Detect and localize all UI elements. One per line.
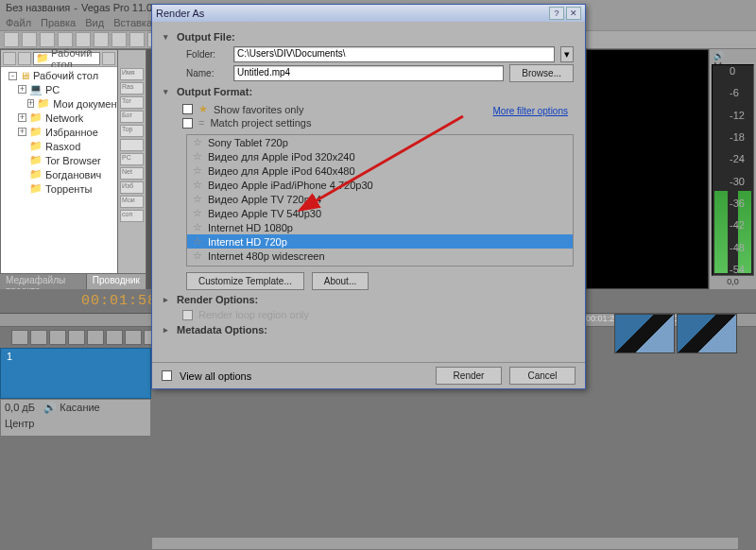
name-input[interactable]: Untitled.mp4 [233, 65, 504, 81]
explorer-panel: 📁Рабочий стол -🖥Рабочий стол+💻PC+📁Мои до… [0, 49, 118, 274]
play-button[interactable] [68, 330, 85, 345]
dialog-title-bar[interactable]: Render As ? ✕ [152, 5, 585, 22]
tree-item[interactable]: 📁Rasxod [1, 139, 117, 153]
dialog-title: Render As [156, 8, 204, 19]
master-meters[interactable]: 0-6-12-18-24-30-36-42-48-54 [712, 64, 754, 276]
help-icon[interactable]: ? [549, 7, 564, 20]
meter-readout: 0,0 [712, 276, 754, 287]
explorer-path-combo[interactable]: 📁Рабочий стол [33, 52, 100, 65]
menu-edit[interactable]: Правка [41, 17, 76, 28]
video-preview[interactable] [586, 49, 709, 289]
show-favorites-checkbox[interactable] [182, 104, 193, 114]
tab-explorer[interactable]: Проводник [87, 274, 146, 289]
render-option-label: Render loop region only [198, 309, 309, 320]
folder-dropdown-icon[interactable]: ▾ [560, 46, 574, 62]
format-template-item[interactable]: ☆Видео для Apple iPod 320x240 [187, 149, 573, 163]
toolbar-button[interactable] [129, 32, 145, 47]
close-icon[interactable]: ✕ [566, 7, 581, 20]
match-project-checkbox[interactable] [182, 118, 193, 129]
show-favorites-label: Show favorites only [214, 104, 303, 115]
file-strip-item[interactable] [120, 139, 144, 151]
render-button[interactable]: Render [436, 367, 502, 385]
menu-file[interactable]: Файл [6, 17, 31, 28]
meter-scale: 0-6-12-18-24-30-36-42-48-54 [730, 65, 743, 275]
toolbar-button[interactable] [112, 32, 127, 47]
play-start-button[interactable] [49, 330, 66, 345]
timeline-clip-thumbs[interactable] [614, 314, 737, 353]
format-template-item[interactable]: ☆Видео Apple TV 720p24 [187, 192, 573, 206]
master-label: 🔊 Мастер [712, 51, 754, 64]
format-template-item[interactable]: ☆Internet 480p widescreen [187, 249, 573, 263]
stop-button[interactable] [106, 330, 123, 345]
file-strip-item[interactable]: Мои [120, 196, 144, 208]
right-zone: 🔊 Мастер 0-6-12-18-24-30-36-42-48-54 0,0 [586, 49, 756, 289]
format-template-item[interactable]: ☆Internet HD 1080p [187, 220, 573, 234]
name-label: Name: [186, 68, 228, 78]
customize-template-button[interactable]: Customize Template... [186, 272, 304, 290]
toolbar-button[interactable] [4, 32, 19, 47]
clip-thumbnail[interactable] [677, 314, 737, 353]
dialog-bottom-bar: View all options Render Cancel [152, 362, 585, 388]
video-track-header[interactable]: 1 [0, 348, 151, 399]
toolbar-button[interactable] [76, 32, 91, 47]
file-strip-item[interactable]: Тор [120, 125, 144, 137]
file-strip-item[interactable]: con [120, 210, 144, 222]
tree-item[interactable]: 📁Tor Browser [1, 153, 117, 167]
cancel-button[interactable]: Cancel [509, 367, 576, 385]
file-strip-item[interactable]: Изб [120, 181, 144, 194]
clip-thumbnail[interactable] [614, 314, 675, 353]
view-all-options-checkbox[interactable] [162, 370, 172, 381]
menu-view[interactable]: Вид [85, 17, 104, 28]
audio-track-header[interactable]: 0,0 дБ 🔊 Касание Центр [0, 399, 151, 437]
explorer-file-strip[interactable]: ИмяRasTorБогТорPCNetИзбМоиcon [118, 49, 146, 274]
refresh-icon[interactable] [102, 52, 115, 65]
toolbar-button[interactable] [94, 32, 109, 47]
match-project-label: Match project settings [210, 117, 311, 129]
format-template-item[interactable]: ☆Internet 360p widescreen [187, 263, 573, 266]
tree-item[interactable]: +📁Избранное [1, 125, 117, 139]
meter-left [714, 67, 728, 273]
loop-button[interactable] [30, 330, 47, 345]
format-template-item[interactable]: ☆Видео для Apple iPod 640x480 [187, 163, 573, 178]
section-render-options[interactable]: Render Options: [163, 294, 574, 305]
tree-item[interactable]: +📁Network [1, 111, 117, 125]
file-strip-item[interactable]: Бог [120, 111, 144, 123]
menu-insert[interactable]: Вставка [113, 17, 152, 28]
section-metadata-options[interactable]: Metadata Options: [163, 324, 574, 335]
folder-input[interactable]: C:\Users\DIV\Documents\ [233, 46, 555, 62]
goto-start-button[interactable] [125, 330, 142, 345]
toolbar-button[interactable] [40, 32, 55, 47]
toolbar-button[interactable] [22, 32, 37, 47]
tree-item[interactable]: +💻PC [1, 82, 117, 96]
tree-item[interactable]: 📁Богданович [1, 167, 117, 181]
folder-label: Folder: [186, 49, 228, 60]
file-strip-item[interactable]: Tor [120, 96, 144, 109]
format-template-item[interactable]: ☆Internet HD 720p [187, 234, 573, 249]
section-output-format[interactable]: Output Format: [163, 86, 574, 97]
format-template-item[interactable]: ☆Видео Apple iPad/iPhone 4 720p30 [187, 178, 573, 192]
back-icon[interactable] [3, 52, 16, 65]
format-template-item[interactable]: ☆Sony Tablet 720p [187, 135, 573, 149]
format-template-item[interactable]: ☆Видео Apple TV 540p30 [187, 206, 573, 220]
timeline-scrollbar[interactable] [151, 537, 739, 550]
file-strip-item[interactable]: PC [120, 153, 144, 165]
tree-item[interactable]: 📁Торренты [1, 181, 117, 196]
app-name: Vegas Pro 11.0 [81, 2, 152, 13]
tree-item[interactable]: +📁Мои документы [1, 96, 117, 111]
file-strip-item[interactable]: Имя [120, 68, 144, 80]
explorer-tree[interactable]: -🖥Рабочий стол+💻PC+📁Мои документы+📁Netwo… [1, 67, 117, 273]
tab-media-files[interactable]: Медиафайлы проекта [0, 274, 87, 289]
format-template-list[interactable]: ☆Sony Tablet 720p☆Видео для Apple iPod 3… [186, 134, 574, 266]
browse-button[interactable]: Browse... [509, 64, 574, 82]
about-button[interactable]: About... [312, 272, 369, 290]
file-strip-item[interactable]: Net [120, 167, 144, 180]
pause-button[interactable] [87, 330, 104, 345]
render-option-checkbox [182, 310, 193, 320]
toolbar-button[interactable] [58, 32, 73, 47]
more-filter-options-link[interactable]: More filter options [493, 106, 568, 116]
forward-icon[interactable] [18, 52, 31, 65]
file-strip-item[interactable]: Ras [120, 82, 144, 95]
record-button[interactable] [11, 330, 28, 345]
section-output-file[interactable]: Output File: [163, 31, 574, 43]
tree-item[interactable]: -🖥Рабочий стол [1, 69, 117, 82]
